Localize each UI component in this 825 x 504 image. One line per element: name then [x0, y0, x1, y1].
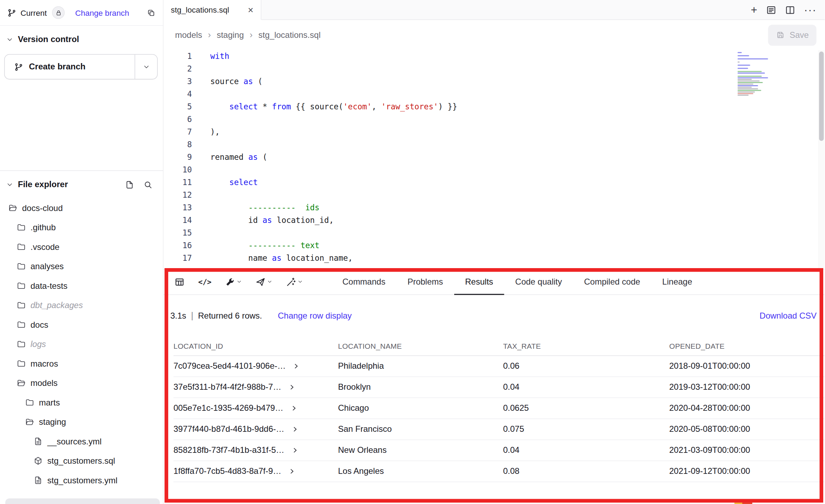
code-icon: </> — [198, 278, 212, 286]
version-control-header: Version control — [18, 35, 79, 44]
create-branch-dropdown[interactable] — [135, 55, 157, 79]
overflow-menu-icon[interactable]: ··· — [804, 4, 817, 15]
cell-value: 3977f440-b87d-461b-9dd6-… — [173, 424, 284, 434]
folder-icon — [17, 281, 26, 291]
panel-tab-problems[interactable]: Problems — [396, 270, 454, 294]
ai-assist-button[interactable] — [282, 274, 307, 290]
tree-item-label: .vscode — [30, 242, 60, 252]
table-row: 858218fb-73f7-4b1b-a31f-5…New Orleans0.0… — [173, 440, 825, 461]
rows-returned-message: Returned 6 rows. — [198, 311, 262, 321]
tree-item-macros[interactable]: macros — [0, 354, 163, 374]
tree-item-docs[interactable]: docs — [0, 315, 163, 335]
tree-item-label: dbt_packages — [30, 300, 83, 310]
panel-tab-commands[interactable]: Commands — [331, 270, 396, 294]
change-branch-link[interactable]: Change branch — [75, 8, 129, 17]
cell-value: 0.06 — [503, 361, 669, 371]
code-text: ---------- ids — [210, 202, 320, 214]
column-header: TAX_RATE — [503, 342, 669, 350]
panel-toolbar: </> CommandsProblemsResultsC — [164, 270, 825, 295]
tab-actions: + ··· — [751, 0, 825, 20]
tree-item-staging[interactable]: staging — [0, 412, 163, 432]
chevron-down-icon — [267, 279, 272, 285]
separator: | — [191, 311, 193, 321]
save-button[interactable]: Save — [768, 25, 817, 46]
expand-cell-icon[interactable] — [289, 384, 296, 391]
cell-value: 0.04 — [503, 382, 669, 392]
tree-item-models[interactable]: models — [0, 373, 163, 393]
tree-item-label: stg_customers.sql — [47, 456, 115, 465]
line-number: 11 — [164, 176, 192, 189]
create-branch-button: Create branch — [4, 54, 158, 80]
results-status-row: 3.1s | Returned 6 rows. Change row displ… — [164, 295, 825, 337]
breadcrumb-item[interactable]: stg_locations.sql — [258, 30, 320, 40]
results-table-button[interactable] — [170, 274, 189, 290]
tree-item-stg-customers-yml[interactable]: stg_customers.yml — [0, 471, 163, 490]
cell-value: 0.08 — [503, 466, 669, 476]
tree-item-vscode[interactable]: .vscode — [0, 237, 163, 257]
folder-open-icon — [25, 417, 34, 427]
lock-icon — [55, 9, 62, 16]
minimap[interactable] — [738, 52, 776, 96]
expand-cell-icon[interactable] — [292, 426, 299, 433]
create-branch-label: Create branch — [29, 62, 86, 71]
download-csv-link[interactable]: Download CSV — [759, 311, 817, 321]
tree-item-dbt-packages[interactable]: dbt_packages — [0, 295, 163, 315]
cell-location-id: 37e5f311-b7f4-4f2f-988b-7… — [173, 382, 338, 392]
code-view-button[interactable]: </> — [194, 274, 216, 289]
run-query-button[interactable] — [251, 274, 277, 290]
expand-cell-icon[interactable] — [289, 468, 296, 475]
folder-icon — [17, 301, 26, 310]
chevron-down-icon[interactable] — [6, 181, 13, 188]
breadcrumb-item[interactable]: staging — [217, 30, 244, 40]
tree-item-stg-customers-sql[interactable]: stg_customers.sql — [0, 451, 163, 471]
tab-stg-locations[interactable]: stg_locations.sql × — [164, 0, 261, 20]
copy-icon[interactable] — [147, 8, 156, 17]
code-text: id as location_id, — [210, 214, 334, 227]
breadcrumb-item[interactable]: models — [175, 30, 202, 40]
create-branch-main[interactable]: Create branch — [5, 55, 135, 79]
line-number: 6 — [164, 113, 192, 126]
search-icon[interactable] — [144, 180, 153, 189]
split-editor-icon[interactable] — [785, 5, 796, 15]
code-editor[interactable]: 1with23source as (45 select * from {{ so… — [164, 50, 825, 269]
expand-cell-icon[interactable] — [291, 405, 298, 412]
cell-value: San Francisco — [338, 424, 503, 434]
chevron-down-icon[interactable] — [6, 36, 13, 43]
main-area: stg_locations.sql × + ··· models›staging… — [164, 0, 825, 504]
tree-item-label: logs — [30, 339, 46, 349]
file-list-icon[interactable] — [766, 5, 777, 15]
new-tab-icon[interactable]: + — [751, 4, 758, 15]
close-icon[interactable]: × — [248, 5, 253, 14]
panel-tab-lineage[interactable]: Lineage — [651, 270, 703, 294]
column-header: LOCATION_ID — [173, 342, 338, 350]
line-number: 4 — [164, 88, 192, 101]
version-control-section: Version control Create branch — [0, 26, 163, 171]
cell-value: 37e5f311-b7f4-4f2f-988b-7… — [173, 382, 281, 392]
breadcrumb-separator: › — [250, 30, 253, 40]
branch-lock-badge — [52, 6, 65, 19]
expand-cell-icon[interactable] — [292, 447, 299, 454]
table-row: 37e5f311-b7f4-4f2f-988b-7…Brooklyn0.0420… — [173, 377, 825, 398]
panel-tab-results[interactable]: Results — [454, 270, 504, 294]
new-file-icon[interactable] — [125, 180, 134, 189]
tree-item-docs-cloud[interactable]: docs-cloud — [0, 198, 163, 218]
panel-tab-compiled-code[interactable]: Compiled code — [573, 270, 651, 294]
tree-item-sources-yml[interactable]: __sources.yml — [0, 432, 163, 451]
results-body: 7c079cea-5ed4-4101-906e-…Philadelphia0.0… — [173, 356, 825, 482]
save-icon — [776, 30, 785, 40]
change-row-display-link[interactable]: Change row display — [278, 311, 352, 321]
tree-item-logs[interactable]: logs — [0, 334, 163, 354]
line-number: 1 — [164, 50, 192, 63]
tree-item-analyses[interactable]: analyses — [0, 257, 163, 276]
build-tools-button[interactable] — [221, 274, 246, 290]
tree-item-github[interactable]: .github — [0, 218, 163, 237]
scrollbar-thumb[interactable] — [819, 52, 824, 141]
panel-tab-code-quality[interactable]: Code quality — [504, 270, 573, 294]
tree-item-marts[interactable]: marts — [0, 393, 163, 413]
tree-item-data-tests[interactable]: data-tests — [0, 276, 163, 296]
tree-item-partial[interactable] — [5, 498, 160, 504]
git-branch-icon — [14, 62, 23, 71]
code-line: 17 name as location_name, — [164, 252, 825, 265]
expand-cell-icon[interactable] — [293, 363, 300, 370]
column-header: OPENED_DATE — [669, 342, 825, 350]
